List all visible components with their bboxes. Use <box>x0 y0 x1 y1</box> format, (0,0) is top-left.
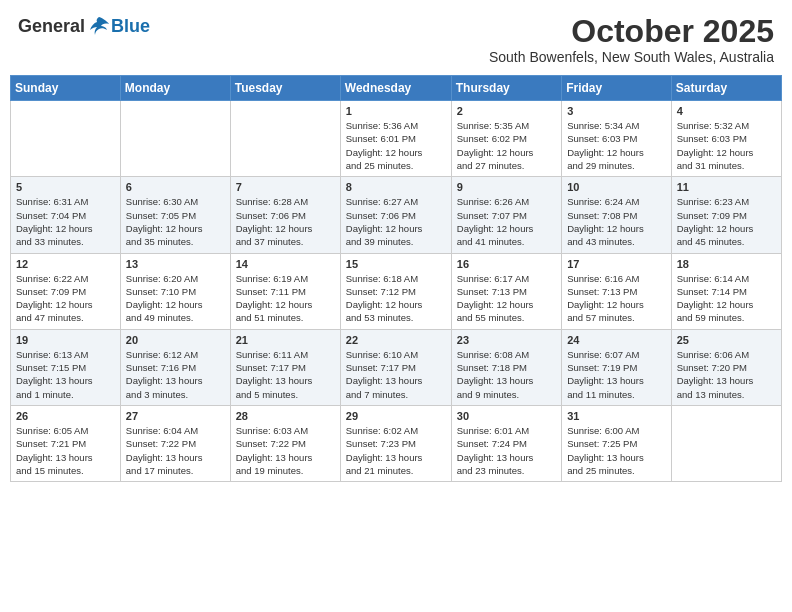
day-number: 19 <box>16 334 115 346</box>
logo-blue-text: Blue <box>111 16 150 37</box>
calendar-cell: 13Sunrise: 6:20 AM Sunset: 7:10 PM Dayli… <box>120 253 230 329</box>
day-number: 10 <box>567 181 666 193</box>
day-number: 14 <box>236 258 335 270</box>
calendar-cell: 25Sunrise: 6:06 AM Sunset: 7:20 PM Dayli… <box>671 329 781 405</box>
day-number: 12 <box>16 258 115 270</box>
day-info: Sunrise: 6:22 AM Sunset: 7:09 PM Dayligh… <box>16 272 115 325</box>
calendar-cell: 20Sunrise: 6:12 AM Sunset: 7:16 PM Dayli… <box>120 329 230 405</box>
day-info: Sunrise: 6:19 AM Sunset: 7:11 PM Dayligh… <box>236 272 335 325</box>
calendar-cell: 1Sunrise: 5:36 AM Sunset: 6:01 PM Daylig… <box>340 101 451 177</box>
calendar-cell: 24Sunrise: 6:07 AM Sunset: 7:19 PM Dayli… <box>562 329 672 405</box>
calendar-cell <box>230 101 340 177</box>
day-of-week-header: Sunday <box>11 76 121 101</box>
calendar-cell: 22Sunrise: 6:10 AM Sunset: 7:17 PM Dayli… <box>340 329 451 405</box>
calendar-cell: 9Sunrise: 6:26 AM Sunset: 7:07 PM Daylig… <box>451 177 561 253</box>
logo-general-text: General <box>18 16 85 37</box>
day-info: Sunrise: 5:36 AM Sunset: 6:01 PM Dayligh… <box>346 119 446 172</box>
day-number: 27 <box>126 410 225 422</box>
logo-bird-icon <box>87 14 111 38</box>
day-info: Sunrise: 6:04 AM Sunset: 7:22 PM Dayligh… <box>126 424 225 477</box>
day-number: 7 <box>236 181 335 193</box>
title-block: October 2025 South Bowenfels, New South … <box>489 14 774 65</box>
day-number: 13 <box>126 258 225 270</box>
calendar-cell: 19Sunrise: 6:13 AM Sunset: 7:15 PM Dayli… <box>11 329 121 405</box>
calendar-table: SundayMondayTuesdayWednesdayThursdayFrid… <box>10 75 782 482</box>
calendar-cell <box>671 405 781 481</box>
month-title: October 2025 <box>489 14 774 49</box>
calendar-cell: 30Sunrise: 6:01 AM Sunset: 7:24 PM Dayli… <box>451 405 561 481</box>
calendar-cell: 7Sunrise: 6:28 AM Sunset: 7:06 PM Daylig… <box>230 177 340 253</box>
day-number: 4 <box>677 105 776 117</box>
day-info: Sunrise: 6:06 AM Sunset: 7:20 PM Dayligh… <box>677 348 776 401</box>
calendar-cell: 2Sunrise: 5:35 AM Sunset: 6:02 PM Daylig… <box>451 101 561 177</box>
day-info: Sunrise: 5:34 AM Sunset: 6:03 PM Dayligh… <box>567 119 666 172</box>
day-info: Sunrise: 6:16 AM Sunset: 7:13 PM Dayligh… <box>567 272 666 325</box>
day-number: 6 <box>126 181 225 193</box>
location-subtitle: South Bowenfels, New South Wales, Austra… <box>489 49 774 65</box>
calendar-cell: 17Sunrise: 6:16 AM Sunset: 7:13 PM Dayli… <box>562 253 672 329</box>
day-info: Sunrise: 6:07 AM Sunset: 7:19 PM Dayligh… <box>567 348 666 401</box>
day-number: 21 <box>236 334 335 346</box>
calendar-cell: 12Sunrise: 6:22 AM Sunset: 7:09 PM Dayli… <box>11 253 121 329</box>
day-of-week-header: Thursday <box>451 76 561 101</box>
day-number: 24 <box>567 334 666 346</box>
day-of-week-header: Saturday <box>671 76 781 101</box>
day-info: Sunrise: 6:24 AM Sunset: 7:08 PM Dayligh… <box>567 195 666 248</box>
calendar-week-row: 5Sunrise: 6:31 AM Sunset: 7:04 PM Daylig… <box>11 177 782 253</box>
day-info: Sunrise: 6:08 AM Sunset: 7:18 PM Dayligh… <box>457 348 556 401</box>
calendar-cell: 6Sunrise: 6:30 AM Sunset: 7:05 PM Daylig… <box>120 177 230 253</box>
day-info: Sunrise: 6:30 AM Sunset: 7:05 PM Dayligh… <box>126 195 225 248</box>
day-of-week-header: Wednesday <box>340 76 451 101</box>
day-info: Sunrise: 6:17 AM Sunset: 7:13 PM Dayligh… <box>457 272 556 325</box>
calendar-cell: 26Sunrise: 6:05 AM Sunset: 7:21 PM Dayli… <box>11 405 121 481</box>
calendar-week-row: 12Sunrise: 6:22 AM Sunset: 7:09 PM Dayli… <box>11 253 782 329</box>
day-info: Sunrise: 6:13 AM Sunset: 7:15 PM Dayligh… <box>16 348 115 401</box>
calendar-week-row: 1Sunrise: 5:36 AM Sunset: 6:01 PM Daylig… <box>11 101 782 177</box>
day-number: 8 <box>346 181 446 193</box>
day-number: 17 <box>567 258 666 270</box>
day-number: 15 <box>346 258 446 270</box>
day-number: 25 <box>677 334 776 346</box>
day-number: 11 <box>677 181 776 193</box>
day-info: Sunrise: 6:12 AM Sunset: 7:16 PM Dayligh… <box>126 348 225 401</box>
calendar-cell: 10Sunrise: 6:24 AM Sunset: 7:08 PM Dayli… <box>562 177 672 253</box>
day-of-week-header: Friday <box>562 76 672 101</box>
calendar-week-row: 26Sunrise: 6:05 AM Sunset: 7:21 PM Dayli… <box>11 405 782 481</box>
day-of-week-header: Tuesday <box>230 76 340 101</box>
day-of-week-header: Monday <box>120 76 230 101</box>
day-number: 5 <box>16 181 115 193</box>
day-info: Sunrise: 6:14 AM Sunset: 7:14 PM Dayligh… <box>677 272 776 325</box>
day-number: 28 <box>236 410 335 422</box>
day-info: Sunrise: 6:20 AM Sunset: 7:10 PM Dayligh… <box>126 272 225 325</box>
day-info: Sunrise: 6:11 AM Sunset: 7:17 PM Dayligh… <box>236 348 335 401</box>
header: General Blue October 2025 South Bowenfel… <box>10 10 782 69</box>
calendar-cell: 5Sunrise: 6:31 AM Sunset: 7:04 PM Daylig… <box>11 177 121 253</box>
calendar-cell: 18Sunrise: 6:14 AM Sunset: 7:14 PM Dayli… <box>671 253 781 329</box>
day-number: 29 <box>346 410 446 422</box>
calendar-week-row: 19Sunrise: 6:13 AM Sunset: 7:15 PM Dayli… <box>11 329 782 405</box>
day-number: 3 <box>567 105 666 117</box>
day-info: Sunrise: 6:31 AM Sunset: 7:04 PM Dayligh… <box>16 195 115 248</box>
calendar-cell: 21Sunrise: 6:11 AM Sunset: 7:17 PM Dayli… <box>230 329 340 405</box>
day-info: Sunrise: 6:27 AM Sunset: 7:06 PM Dayligh… <box>346 195 446 248</box>
calendar-header-row: SundayMondayTuesdayWednesdayThursdayFrid… <box>11 76 782 101</box>
day-info: Sunrise: 6:18 AM Sunset: 7:12 PM Dayligh… <box>346 272 446 325</box>
day-info: Sunrise: 6:10 AM Sunset: 7:17 PM Dayligh… <box>346 348 446 401</box>
calendar-cell: 29Sunrise: 6:02 AM Sunset: 7:23 PM Dayli… <box>340 405 451 481</box>
day-number: 18 <box>677 258 776 270</box>
day-info: Sunrise: 6:00 AM Sunset: 7:25 PM Dayligh… <box>567 424 666 477</box>
day-number: 23 <box>457 334 556 346</box>
day-number: 22 <box>346 334 446 346</box>
calendar-cell <box>120 101 230 177</box>
day-number: 1 <box>346 105 446 117</box>
day-info: Sunrise: 6:26 AM Sunset: 7:07 PM Dayligh… <box>457 195 556 248</box>
day-number: 31 <box>567 410 666 422</box>
calendar-cell: 3Sunrise: 5:34 AM Sunset: 6:03 PM Daylig… <box>562 101 672 177</box>
day-number: 9 <box>457 181 556 193</box>
calendar-cell: 16Sunrise: 6:17 AM Sunset: 7:13 PM Dayli… <box>451 253 561 329</box>
logo: General Blue <box>18 14 150 38</box>
calendar-cell: 4Sunrise: 5:32 AM Sunset: 6:03 PM Daylig… <box>671 101 781 177</box>
day-info: Sunrise: 6:05 AM Sunset: 7:21 PM Dayligh… <box>16 424 115 477</box>
calendar-cell: 23Sunrise: 6:08 AM Sunset: 7:18 PM Dayli… <box>451 329 561 405</box>
day-number: 2 <box>457 105 556 117</box>
